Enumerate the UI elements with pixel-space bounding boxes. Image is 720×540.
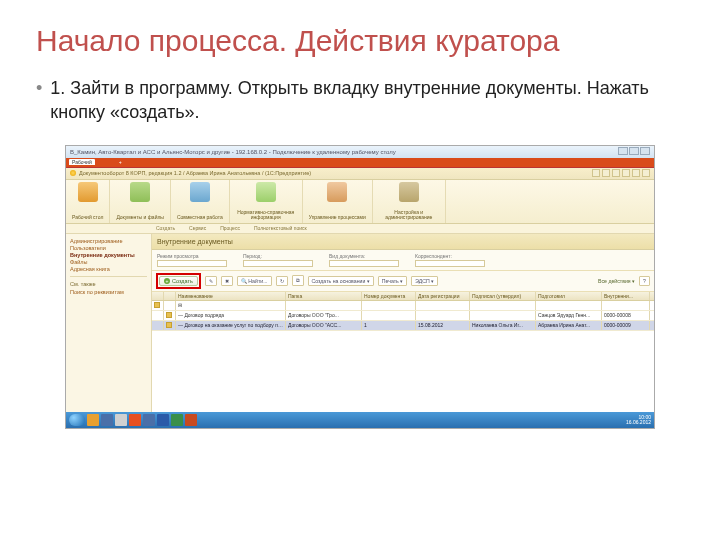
taskbar-app-icon[interactable] (87, 414, 99, 426)
taskbar-app-icon[interactable] (129, 414, 141, 426)
tab-new[interactable]: + (116, 159, 125, 165)
filter-viewmode-input[interactable] (157, 260, 227, 267)
grid-header: Наименование Папка Номер документа Дата … (152, 292, 654, 301)
os-window-titlebar: В_Камин, Авто-Квартал и АСС и Альянс-Мот… (66, 146, 654, 158)
sidebar: Администрирование Пользователи Внутренни… (66, 234, 152, 412)
col-signed[interactable]: Подписал (утвердил) (470, 292, 536, 300)
settings-icon (399, 182, 419, 202)
app-logo-icon (70, 170, 76, 176)
slide-title: Начало процесса. Действия куратора (36, 24, 684, 58)
sidebar-seealso: См. также (70, 281, 147, 287)
app-titlebar: Документооборот 8 КОРП, редакция 1.2 / А… (66, 168, 654, 180)
sidebar-item-admin[interactable]: Администрирование (70, 238, 147, 244)
tool-edit[interactable]: ✎ (205, 276, 217, 286)
content-toolbar: + Создать ✎ ✖ 🔍 Найти... ↻ ⧉ Создать на … (152, 271, 654, 292)
filter-correspondent-input[interactable] (415, 260, 485, 267)
bullet-icon: • (36, 76, 42, 125)
col-name[interactable]: Наименование (176, 292, 286, 300)
row-icon (166, 312, 172, 318)
content-area: Внутренние документы Режим просмотра Пер… (152, 234, 654, 412)
content-title: Внутренние документы (152, 234, 654, 250)
tool-copy[interactable]: ⧉ (292, 275, 304, 286)
ribbon-group-settings[interactable]: Настройка и администрирование (373, 180, 446, 223)
window-controls[interactable] (617, 147, 650, 156)
processes-icon (327, 182, 347, 202)
create-button-label: Создать (172, 278, 193, 284)
create-button[interactable]: + Создать (159, 276, 198, 286)
col-num[interactable]: Номер документа (362, 292, 416, 300)
filter-bar: Режим просмотра Период: Вид документа: К… (152, 250, 654, 271)
taskbar-excel-icon[interactable] (171, 414, 183, 426)
ribbon: Рабочий стол Документы и файлы Совместна… (66, 180, 654, 224)
sidebar-item-search[interactable]: Поиск по реквизитам (70, 289, 147, 295)
help-icon[interactable]: ? (639, 276, 650, 286)
collab-icon (190, 182, 210, 202)
col-internal[interactable]: Внутренни... (602, 292, 650, 300)
taskbar-powerpoint-icon[interactable] (185, 414, 197, 426)
app-screenshot: В_Камин, Авто-Квартал и АСС и Альянс-Мот… (65, 145, 655, 429)
taskbar-clock[interactable]: 10:00 16.06.2012 (626, 415, 651, 425)
app-title: Документооборот 8 КОРП, редакция 1.2 / А… (79, 170, 311, 176)
subribbon-fulltext[interactable]: Полнотекстовый поиск (254, 225, 307, 231)
sidebar-item-addressbook[interactable]: Адресная книга (70, 266, 147, 272)
create-basis-button[interactable]: Создать на основании ▾ (308, 276, 374, 286)
sidebar-item-users[interactable]: Пользователи (70, 245, 147, 251)
subribbon-create[interactable]: Создать (156, 225, 175, 231)
row-icon (166, 322, 172, 328)
subribbon-service[interactable]: Сервис (189, 225, 206, 231)
col-folder[interactable]: Папка (286, 292, 362, 300)
app-window-controls[interactable] (592, 169, 650, 177)
sub-ribbon: Создать Сервис Процесс Полнотекстовый по… (66, 224, 654, 234)
filter-period-label: Период: (243, 253, 313, 259)
documents-grid: Наименование Папка Номер документа Дата … (152, 292, 654, 412)
ribbon-group-reference[interactable]: Нормативно-справочная информация (230, 180, 303, 223)
filter-viewmode-label: Режим просмотра (157, 253, 227, 259)
filter-doctype-label: Вид документа: (329, 253, 399, 259)
taskbar-word-icon[interactable] (157, 414, 169, 426)
print-button[interactable]: Печать ▾ (378, 276, 407, 286)
taskbar-app-icon[interactable] (101, 414, 113, 426)
step-body: 1. Зайти в программу. Открыть вкладку вн… (50, 76, 684, 125)
subribbon-process[interactable]: Процесс (220, 225, 240, 231)
grid-row-selected[interactable]: — Договор на оказание услуг по подбору п… (152, 321, 654, 331)
tab-active[interactable]: Рабочий (69, 159, 95, 165)
taskbar-app-icon[interactable] (143, 414, 155, 426)
plus-icon: + (164, 278, 170, 284)
find-button[interactable]: 🔍 Найти... (237, 276, 272, 286)
ribbon-group-documents[interactable]: Документы и файлы (110, 180, 171, 223)
filter-period-input[interactable] (243, 260, 313, 267)
tool-refresh[interactable]: ↻ (276, 276, 288, 286)
sidebar-item-files[interactable]: Файлы (70, 259, 147, 265)
row-icon (154, 302, 160, 308)
sidebar-item-internal-docs[interactable]: Внутренние документы (70, 252, 147, 258)
all-actions-button[interactable]: Все действия ▾ (598, 278, 635, 284)
create-highlight: + Создать (156, 273, 201, 289)
col-prepared[interactable]: Подготовил (536, 292, 602, 300)
grid-row[interactable]: — Договор подряда Договоры ООО "Гро... С… (152, 311, 654, 321)
edsp-button[interactable]: ЭДСП ▾ (411, 276, 438, 286)
reference-icon (256, 182, 276, 202)
filter-doctype-input[interactable] (329, 260, 399, 267)
os-taskbar: 10:00 16.06.2012 (66, 412, 654, 428)
browser-tabs: Рабочий + (66, 158, 654, 168)
os-window-title: В_Камин, Авто-Квартал и АСС и Альянс-Мот… (70, 149, 396, 155)
grid-row[interactable]: ⊟ (152, 301, 654, 311)
taskbar-app-icon[interactable] (115, 414, 127, 426)
col-date[interactable]: Дата регистрации (416, 292, 470, 300)
desktop-icon (78, 182, 98, 202)
tool-delete[interactable]: ✖ (221, 276, 233, 286)
ribbon-group-collab[interactable]: Совместная работа (171, 180, 230, 223)
start-button[interactable] (69, 414, 85, 426)
step-text: • 1. Зайти в программу. Открыть вкладку … (36, 76, 684, 125)
ribbon-group-processes[interactable]: Управление процессами (303, 180, 373, 223)
documents-icon (130, 182, 150, 202)
ribbon-group-desktop[interactable]: Рабочий стол (66, 180, 110, 223)
filter-correspondent-label: Корреспондент: (415, 253, 485, 259)
